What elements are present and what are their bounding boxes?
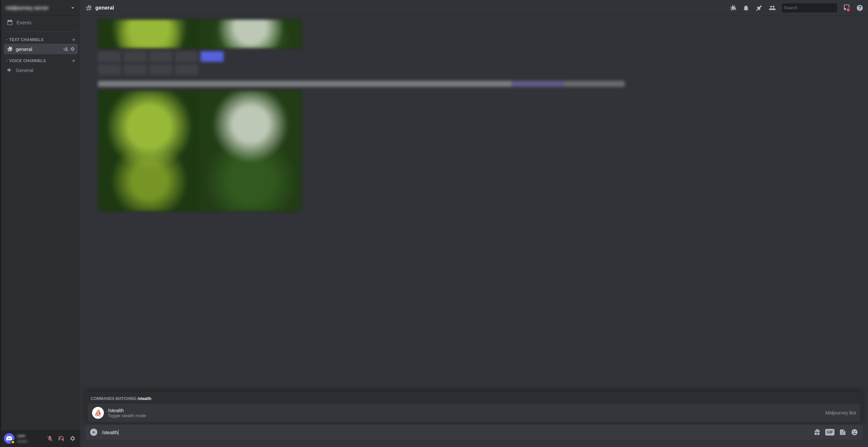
calendar-icon <box>7 19 13 26</box>
action-button[interactable] <box>98 64 121 75</box>
action-button[interactable] <box>98 51 121 62</box>
settings-button[interactable] <box>67 433 78 444</box>
generated-image[interactable] <box>98 19 302 49</box>
autocomplete-popup: COMMANDS MATCHING /stealth ⛵ /stealth To… <box>80 392 868 425</box>
action-button[interactable] <box>175 51 198 62</box>
category-label: Voice Channels <box>9 59 46 63</box>
bell-icon[interactable] <box>742 4 750 11</box>
divider <box>5 32 76 32</box>
channel-list: Events Text Channels general Voice Chann… <box>1 16 80 430</box>
chevron-down-icon <box>5 59 8 62</box>
speaker-icon <box>7 67 13 73</box>
autocomplete-item-stealth[interactable]: ⛵ /stealth Toggle stealth mode Midjourne… <box>88 404 860 422</box>
channel-general-voice[interactable]: General <box>4 65 78 75</box>
add-channel-icon[interactable] <box>71 58 76 63</box>
members-icon[interactable] <box>769 4 776 11</box>
user-info[interactable]: user #0000 <box>17 433 42 444</box>
invite-user-icon[interactable] <box>63 46 68 52</box>
channel-name: General <box>16 67 33 73</box>
command-description: Toggle stealth mode <box>108 413 822 418</box>
channel-name: general <box>16 46 32 52</box>
chevron-down-icon <box>5 38 8 41</box>
sticker-icon[interactable] <box>839 428 846 436</box>
headphones-icon <box>58 435 64 442</box>
page-title: general <box>95 5 114 11</box>
events-label: Events <box>17 20 32 25</box>
action-button[interactable] <box>149 51 172 62</box>
action-button[interactable] <box>200 51 224 62</box>
plus-icon <box>91 429 96 435</box>
main-column: general <box>80 0 868 447</box>
sailboat-icon: ⛵ <box>94 409 102 417</box>
search-input[interactable] <box>784 5 839 10</box>
events-link[interactable]: Events <box>4 16 78 29</box>
category-voice-channels[interactable]: Voice Channels <box>4 54 78 65</box>
mute-button[interactable] <box>45 433 55 444</box>
emoji-icon[interactable] <box>851 428 858 436</box>
channel-header: general <box>80 0 868 16</box>
autocomplete-heading: COMMANDS MATCHING /stealth <box>86 395 863 404</box>
chat-body: person hiding his images, pop art, v6, g… <box>80 16 868 425</box>
pin-icon[interactable] <box>755 4 763 11</box>
server-name: midjourney server <box>6 5 49 10</box>
deafen-button[interactable] <box>56 433 66 444</box>
category-text-channels[interactable]: Text Channels <box>4 33 78 44</box>
action-button[interactable] <box>149 64 172 75</box>
gift-icon[interactable] <box>813 428 820 436</box>
user-tag: #0000 <box>17 440 27 443</box>
channel-general-text[interactable]: general <box>4 44 78 54</box>
help-icon[interactable] <box>856 4 863 11</box>
threads-icon[interactable] <box>729 4 737 11</box>
user-panel: user #0000 <box>1 430 80 447</box>
inbox-icon <box>843 4 850 11</box>
attach-button[interactable] <box>90 428 97 436</box>
user-name: user <box>17 433 42 438</box>
hash-icon <box>85 4 93 12</box>
search-box[interactable] <box>782 3 837 12</box>
generated-image[interactable] <box>98 90 302 212</box>
action-button[interactable] <box>175 64 198 75</box>
action-button[interactable] <box>124 64 147 75</box>
gif-button[interactable]: GIF <box>825 429 834 436</box>
user-avatar[interactable] <box>4 433 14 444</box>
inbox-button[interactable] <box>843 4 850 12</box>
channel-sidebar: midjourney server Events Text Channels g… <box>1 0 80 447</box>
blurred-message: person hiding his images, pop art, v6, g… <box>80 16 868 215</box>
gear-icon <box>69 435 75 442</box>
message-input-field[interactable]: /stealth <box>102 429 809 435</box>
category-label: Text Channels <box>9 37 44 42</box>
message-input-row: /stealth GIF <box>80 425 868 447</box>
command-name: /stealth <box>108 408 822 413</box>
gear-icon[interactable] <box>70 46 75 52</box>
action-button[interactable] <box>124 51 147 62</box>
message-input[interactable]: /stealth GIF <box>86 425 863 440</box>
status-idle-icon <box>10 440 15 444</box>
hash-icon <box>7 46 13 52</box>
chevron-down-icon <box>70 5 75 11</box>
prompt-text: person hiding his images, pop art, v6, g… <box>98 81 850 87</box>
server-header[interactable]: midjourney server <box>1 0 80 16</box>
add-channel-icon[interactable] <box>71 37 76 42</box>
microphone-icon <box>47 435 53 442</box>
bot-avatar: ⛵ <box>92 407 104 419</box>
command-source: Midjourney Bot <box>826 410 856 415</box>
